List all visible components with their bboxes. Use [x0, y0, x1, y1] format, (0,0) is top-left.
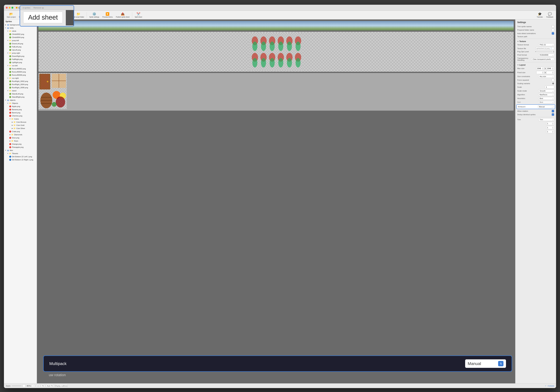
file-icon: 🔴	[9, 137, 11, 139]
item-label: StandRight.png	[12, 96, 24, 98]
sidebar-item-upright[interactable]: 🟢 UpRight.png	[4, 61, 37, 64]
main-window: spritesheet.tps d sprites Remove sp Add …	[4, 5, 210, 147]
traffic-lights	[6, 7, 13, 9]
item-label: Keys	[14, 140, 18, 142]
tree-arrow: ▼	[9, 118, 11, 120]
tree-arrow: ▼	[5, 99, 7, 101]
overlay-dim1: d sprites	[23, 7, 30, 9]
sidebar-item-apple[interactable]: 🔴 Apple.png	[4, 105, 37, 108]
sidebar-item-orange[interactable]: 🔴 Orange.png	[4, 142, 37, 146]
file-icon: 🟢	[9, 83, 11, 86]
preview-anims-button[interactable]: ▶️ Preview Anims	[101, 11, 114, 19]
sidebar-item-diamonds[interactable]: ▶ 📁 Diamonds	[4, 133, 37, 136]
sidebar-tree[interactable]: ▶ ▦ background ▼ ▦ betty ▼ 📁 climb	[4, 23, 37, 147]
file-icon: 🟢	[9, 46, 11, 48]
sidebar-item-pineapple[interactable]: 🔴 Pineapple.png	[4, 146, 37, 147]
tree-arrow: ▶	[5, 24, 7, 26]
main-layout: Sprites ▶ ▦ background ▼ ▦ betty	[4, 20, 210, 147]
sidebar-item-objects-folder[interactable]: ▼ 📁 Objects	[4, 102, 37, 105]
tree-arrow: ▶	[9, 140, 11, 142]
file-icon: 🟢	[9, 42, 11, 45]
objects-sprites-svg	[39, 73, 67, 109]
sidebar-item-jump-right[interactable]: ▼ 📁 jump-right	[4, 51, 37, 55]
sidebar-item-fallright[interactable]: 🟢 FallRight.png	[4, 58, 37, 61]
folder-icon: 📁	[9, 64, 11, 67]
sidebar-item-upleft[interactable]: 🟢 UpLeft.png	[4, 48, 37, 51]
tree-arrow: ▼	[7, 102, 9, 104]
open-project-button[interactable]: 📂 Open project	[6, 11, 17, 19]
sidebar-item-stand[interactable]: ▼ 📁 stand	[4, 89, 37, 92]
tree-arrow: ▶	[9, 134, 11, 136]
file-icon: 🟢	[9, 33, 11, 35]
add-smart-folder-icon: 📁	[77, 12, 80, 16]
sidebar-item-runright0006[interactable]: 🟢 RunRight_0006.png	[4, 86, 37, 89]
publish-button[interactable]: 📤 Publish sprite sheet	[115, 11, 131, 19]
add-sheet-big-text[interactable]: Add sheet	[23, 12, 63, 23]
sidebar-item-runleft0004[interactable]: 🟢 RunLeft0004.png	[4, 70, 37, 73]
file-icon: 🟢	[9, 86, 11, 89]
sidebar-item-climb0002[interactable]: 🟢 Climb0002.png	[4, 33, 37, 36]
overlay-dark-panel	[66, 10, 74, 25]
folder-icon: 📁	[9, 102, 11, 105]
folder-icon: 📁	[13, 127, 16, 130]
toolbar-sep3	[132, 12, 132, 18]
objects-sheet-preview	[39, 73, 210, 111]
open-project-icon: 📂	[9, 12, 13, 16]
item-label: RunRight_0006.png	[12, 87, 28, 88]
file-icon: 🟢	[9, 74, 11, 76]
sidebar-item-objects[interactable]: ▼ ▦ objects	[4, 98, 37, 102]
sidebar-item-fallleft[interactable]: 🟢 FallLeft.png	[4, 45, 37, 48]
sidebar-item-cherries[interactable]: 🔴 Cherries.png	[4, 114, 37, 117]
sidebar: Sprites ▶ ▦ background ▼ ▦ betty	[4, 20, 37, 147]
sidebar-item-coin-bronze[interactable]: ▶ 📁 Coin Bronze	[4, 120, 37, 124]
publish-icon: 📤	[121, 12, 125, 16]
sidebar-item-standright[interactable]: 🟢 StandRight.png	[4, 95, 37, 98]
file-icon: 🔴	[9, 108, 11, 111]
file-icon: 🟢	[9, 49, 11, 51]
item-label: objects	[10, 99, 15, 101]
sidebar-item-climb[interactable]: ▼ 📁 climb	[4, 29, 37, 33]
sidebar-item-downleft[interactable]: 🟢 DownLeft.png	[4, 42, 37, 45]
sidebar-item-keys[interactable]: ▶ 📁 Keys	[4, 139, 37, 142]
sidebar-item-runright0002[interactable]: 🟢 RunRight_0002.png	[4, 80, 37, 83]
split-sheet-icon: ✂️	[137, 12, 140, 16]
file-icon	[16, 7, 17, 9]
sidebar-item-crate[interactable]: 🔴 Crate.png	[4, 130, 37, 133]
sidebar-item-climb0004[interactable]: 🟢 Climb0004.png	[4, 36, 37, 39]
sidebar-item-runright0004[interactable]: 🟢 RunRight_0004.png	[4, 83, 37, 86]
file-icon: 🔴	[9, 130, 11, 133]
sidebar-item-runleft0002[interactable]: 🟢 RunLeft0002.png	[4, 67, 37, 70]
item-label: Pineapple.png	[12, 146, 24, 147]
item-label: Diamonds	[14, 134, 22, 136]
maximize-button[interactable]	[11, 7, 13, 9]
item-label: jump-left	[12, 39, 19, 41]
folder-icon: 📁	[9, 30, 11, 32]
svg-point-36	[47, 81, 48, 82]
item-label: FallRight.png	[12, 58, 23, 60]
sidebar-item-banana[interactable]: 🔴 Banana.png	[4, 108, 37, 111]
sidebar-item-coin-silver[interactable]: ▶ 📁 Coin Silver	[4, 127, 37, 130]
minimize-button[interactable]	[9, 7, 10, 9]
sidebar-item-betty[interactable]: ▼ ▦ betty	[4, 26, 37, 29]
sidebar-item-barrel[interactable]: 🔴 Barrel.png	[4, 111, 37, 114]
split-sheet-button[interactable]: ✂️ Split sheet	[133, 11, 143, 19]
close-button[interactable]	[6, 7, 8, 9]
sprite-settings-button[interactable]: ⚙️ Sprite settings	[88, 11, 100, 19]
sheet-icon: ▦	[7, 24, 9, 26]
item-label: Apple.png	[12, 106, 20, 107]
sidebar-item-run-left[interactable]: ▼ 📁 run-left	[4, 64, 37, 67]
item-label: Door.png	[12, 137, 19, 139]
item-label: Crate.png	[12, 131, 20, 132]
item-label: run-left	[12, 65, 18, 67]
betty-sheet-preview	[39, 32, 210, 72]
sidebar-item-runleft0006[interactable]: 🟢 RunLeft0006.png	[4, 73, 37, 77]
sidebar-item-coins[interactable]: ▼ 📁 Coins	[4, 117, 37, 120]
sidebar-item-jump-left[interactable]: ▼ 📁 jump-left	[4, 39, 37, 42]
sidebar-item-standleft[interactable]: 🟢 StandLeft.png	[4, 92, 37, 95]
file-icon: 🟢	[9, 68, 11, 70]
tree-arrow: ▼	[5, 27, 7, 29]
sidebar-item-downright[interactable]: 🟢 DownRight.png	[4, 55, 37, 58]
sidebar-item-door[interactable]: 🔴 Door.png	[4, 136, 37, 139]
sidebar-item-run-right[interactable]: ▼ 📁 run-right	[4, 77, 37, 80]
sidebar-item-coin-gold[interactable]: ▶ 📁 Coin Gold	[4, 124, 37, 127]
